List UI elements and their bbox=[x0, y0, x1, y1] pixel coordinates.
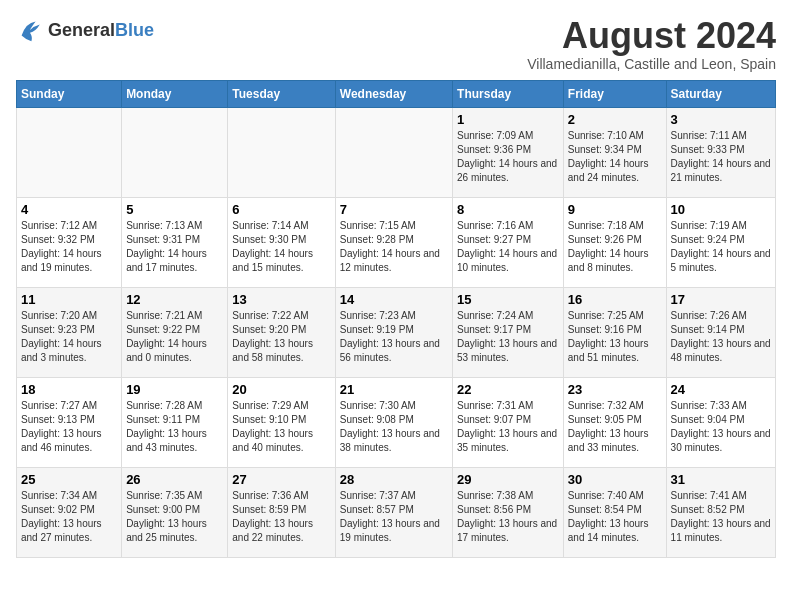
day-info: Sunrise: 7:27 AM Sunset: 9:13 PM Dayligh… bbox=[21, 399, 117, 455]
calendar-cell: 2Sunrise: 7:10 AM Sunset: 9:34 PM Daylig… bbox=[563, 107, 666, 197]
calendar-week-row: 25Sunrise: 7:34 AM Sunset: 9:02 PM Dayli… bbox=[17, 467, 776, 557]
day-number: 12 bbox=[126, 292, 223, 307]
calendar-cell: 20Sunrise: 7:29 AM Sunset: 9:10 PM Dayli… bbox=[228, 377, 335, 467]
day-number: 27 bbox=[232, 472, 330, 487]
calendar-cell: 15Sunrise: 7:24 AM Sunset: 9:17 PM Dayli… bbox=[453, 287, 564, 377]
day-number: 6 bbox=[232, 202, 330, 217]
day-info: Sunrise: 7:12 AM Sunset: 9:32 PM Dayligh… bbox=[21, 219, 117, 275]
day-number: 7 bbox=[340, 202, 448, 217]
calendar-cell: 21Sunrise: 7:30 AM Sunset: 9:08 PM Dayli… bbox=[335, 377, 452, 467]
calendar-cell: 1Sunrise: 7:09 AM Sunset: 9:36 PM Daylig… bbox=[453, 107, 564, 197]
day-number: 5 bbox=[126, 202, 223, 217]
day-number: 20 bbox=[232, 382, 330, 397]
calendar-cell: 6Sunrise: 7:14 AM Sunset: 9:30 PM Daylig… bbox=[228, 197, 335, 287]
day-info: Sunrise: 7:23 AM Sunset: 9:19 PM Dayligh… bbox=[340, 309, 448, 365]
calendar-cell: 30Sunrise: 7:40 AM Sunset: 8:54 PM Dayli… bbox=[563, 467, 666, 557]
day-number: 21 bbox=[340, 382, 448, 397]
page-header: GeneralBlue August 2024 Villamedianilla,… bbox=[16, 16, 776, 72]
calendar-cell: 31Sunrise: 7:41 AM Sunset: 8:52 PM Dayli… bbox=[666, 467, 775, 557]
day-info: Sunrise: 7:26 AM Sunset: 9:14 PM Dayligh… bbox=[671, 309, 771, 365]
day-info: Sunrise: 7:21 AM Sunset: 9:22 PM Dayligh… bbox=[126, 309, 223, 365]
day-info: Sunrise: 7:31 AM Sunset: 9:07 PM Dayligh… bbox=[457, 399, 559, 455]
calendar-week-row: 18Sunrise: 7:27 AM Sunset: 9:13 PM Dayli… bbox=[17, 377, 776, 467]
calendar-cell bbox=[335, 107, 452, 197]
day-info: Sunrise: 7:28 AM Sunset: 9:11 PM Dayligh… bbox=[126, 399, 223, 455]
day-number: 4 bbox=[21, 202, 117, 217]
day-info: Sunrise: 7:15 AM Sunset: 9:28 PM Dayligh… bbox=[340, 219, 448, 275]
day-number: 2 bbox=[568, 112, 662, 127]
day-number: 11 bbox=[21, 292, 117, 307]
day-number: 13 bbox=[232, 292, 330, 307]
day-number: 15 bbox=[457, 292, 559, 307]
calendar-cell: 10Sunrise: 7:19 AM Sunset: 9:24 PM Dayli… bbox=[666, 197, 775, 287]
day-number: 24 bbox=[671, 382, 771, 397]
calendar-cell bbox=[228, 107, 335, 197]
day-info: Sunrise: 7:29 AM Sunset: 9:10 PM Dayligh… bbox=[232, 399, 330, 455]
day-number: 19 bbox=[126, 382, 223, 397]
day-info: Sunrise: 7:10 AM Sunset: 9:34 PM Dayligh… bbox=[568, 129, 662, 185]
calendar-week-row: 1Sunrise: 7:09 AM Sunset: 9:36 PM Daylig… bbox=[17, 107, 776, 197]
weekday-header-row: SundayMondayTuesdayWednesdayThursdayFrid… bbox=[17, 80, 776, 107]
day-info: Sunrise: 7:30 AM Sunset: 9:08 PM Dayligh… bbox=[340, 399, 448, 455]
day-number: 14 bbox=[340, 292, 448, 307]
calendar-cell: 5Sunrise: 7:13 AM Sunset: 9:31 PM Daylig… bbox=[122, 197, 228, 287]
weekday-header-thursday: Thursday bbox=[453, 80, 564, 107]
day-number: 9 bbox=[568, 202, 662, 217]
day-info: Sunrise: 7:24 AM Sunset: 9:17 PM Dayligh… bbox=[457, 309, 559, 365]
day-info: Sunrise: 7:19 AM Sunset: 9:24 PM Dayligh… bbox=[671, 219, 771, 275]
day-number: 10 bbox=[671, 202, 771, 217]
title-block: August 2024 Villamedianilla, Castille an… bbox=[527, 16, 776, 72]
calendar-cell: 29Sunrise: 7:38 AM Sunset: 8:56 PM Dayli… bbox=[453, 467, 564, 557]
day-info: Sunrise: 7:36 AM Sunset: 8:59 PM Dayligh… bbox=[232, 489, 330, 545]
calendar-cell: 27Sunrise: 7:36 AM Sunset: 8:59 PM Dayli… bbox=[228, 467, 335, 557]
day-info: Sunrise: 7:34 AM Sunset: 9:02 PM Dayligh… bbox=[21, 489, 117, 545]
day-info: Sunrise: 7:37 AM Sunset: 8:57 PM Dayligh… bbox=[340, 489, 448, 545]
day-info: Sunrise: 7:38 AM Sunset: 8:56 PM Dayligh… bbox=[457, 489, 559, 545]
day-number: 28 bbox=[340, 472, 448, 487]
calendar-cell: 9Sunrise: 7:18 AM Sunset: 9:26 PM Daylig… bbox=[563, 197, 666, 287]
day-info: Sunrise: 7:16 AM Sunset: 9:27 PM Dayligh… bbox=[457, 219, 559, 275]
calendar-cell: 7Sunrise: 7:15 AM Sunset: 9:28 PM Daylig… bbox=[335, 197, 452, 287]
calendar-cell: 11Sunrise: 7:20 AM Sunset: 9:23 PM Dayli… bbox=[17, 287, 122, 377]
day-info: Sunrise: 7:22 AM Sunset: 9:20 PM Dayligh… bbox=[232, 309, 330, 365]
calendar-cell bbox=[17, 107, 122, 197]
day-number: 8 bbox=[457, 202, 559, 217]
weekday-header-sunday: Sunday bbox=[17, 80, 122, 107]
calendar-cell: 4Sunrise: 7:12 AM Sunset: 9:32 PM Daylig… bbox=[17, 197, 122, 287]
day-number: 31 bbox=[671, 472, 771, 487]
day-info: Sunrise: 7:35 AM Sunset: 9:00 PM Dayligh… bbox=[126, 489, 223, 545]
day-info: Sunrise: 7:20 AM Sunset: 9:23 PM Dayligh… bbox=[21, 309, 117, 365]
weekday-header-tuesday: Tuesday bbox=[228, 80, 335, 107]
day-number: 25 bbox=[21, 472, 117, 487]
calendar-cell: 26Sunrise: 7:35 AM Sunset: 9:00 PM Dayli… bbox=[122, 467, 228, 557]
calendar-cell: 17Sunrise: 7:26 AM Sunset: 9:14 PM Dayli… bbox=[666, 287, 775, 377]
calendar-cell: 16Sunrise: 7:25 AM Sunset: 9:16 PM Dayli… bbox=[563, 287, 666, 377]
day-number: 18 bbox=[21, 382, 117, 397]
day-info: Sunrise: 7:09 AM Sunset: 9:36 PM Dayligh… bbox=[457, 129, 559, 185]
weekday-header-saturday: Saturday bbox=[666, 80, 775, 107]
calendar-cell: 3Sunrise: 7:11 AM Sunset: 9:33 PM Daylig… bbox=[666, 107, 775, 197]
calendar-cell: 25Sunrise: 7:34 AM Sunset: 9:02 PM Dayli… bbox=[17, 467, 122, 557]
calendar-cell: 13Sunrise: 7:22 AM Sunset: 9:20 PM Dayli… bbox=[228, 287, 335, 377]
calendar-cell: 28Sunrise: 7:37 AM Sunset: 8:57 PM Dayli… bbox=[335, 467, 452, 557]
calendar-header: SundayMondayTuesdayWednesdayThursdayFrid… bbox=[17, 80, 776, 107]
logo-general-text: General bbox=[48, 20, 115, 40]
calendar-cell: 24Sunrise: 7:33 AM Sunset: 9:04 PM Dayli… bbox=[666, 377, 775, 467]
day-number: 23 bbox=[568, 382, 662, 397]
weekday-header-wednesday: Wednesday bbox=[335, 80, 452, 107]
logo-bird-icon bbox=[16, 16, 44, 44]
calendar-cell: 18Sunrise: 7:27 AM Sunset: 9:13 PM Dayli… bbox=[17, 377, 122, 467]
day-info: Sunrise: 7:32 AM Sunset: 9:05 PM Dayligh… bbox=[568, 399, 662, 455]
day-number: 16 bbox=[568, 292, 662, 307]
day-info: Sunrise: 7:13 AM Sunset: 9:31 PM Dayligh… bbox=[126, 219, 223, 275]
subtitle: Villamedianilla, Castille and Leon, Spai… bbox=[527, 56, 776, 72]
day-info: Sunrise: 7:18 AM Sunset: 9:26 PM Dayligh… bbox=[568, 219, 662, 275]
day-number: 3 bbox=[671, 112, 771, 127]
day-number: 22 bbox=[457, 382, 559, 397]
logo-blue-text: Blue bbox=[115, 20, 154, 40]
day-number: 30 bbox=[568, 472, 662, 487]
calendar-cell bbox=[122, 107, 228, 197]
calendar-cell: 8Sunrise: 7:16 AM Sunset: 9:27 PM Daylig… bbox=[453, 197, 564, 287]
calendar-week-row: 11Sunrise: 7:20 AM Sunset: 9:23 PM Dayli… bbox=[17, 287, 776, 377]
day-info: Sunrise: 7:25 AM Sunset: 9:16 PM Dayligh… bbox=[568, 309, 662, 365]
